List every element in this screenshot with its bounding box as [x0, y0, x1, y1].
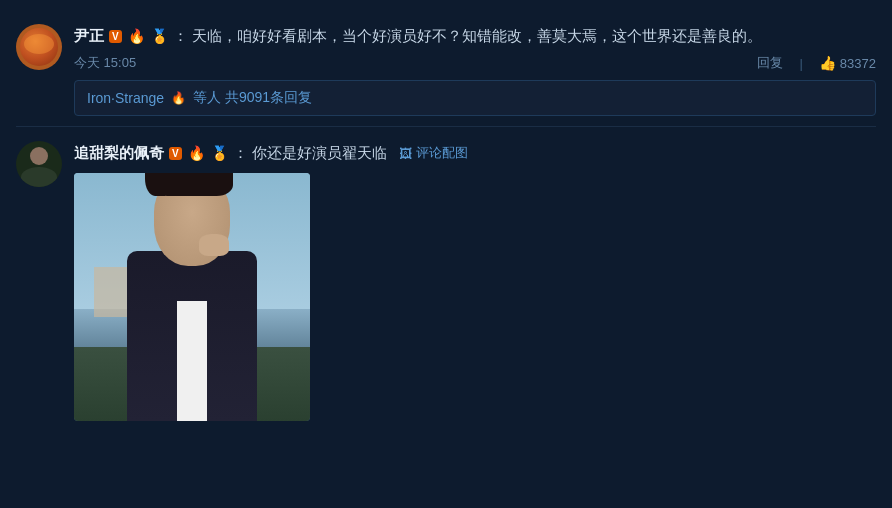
post-2: 追甜梨的佩奇 V 🔥 🏅 ： 你还是好演员翟天临 🖼 评论配图 [16, 127, 876, 421]
post-1-meta: 今天 15:05 回复 | 👍 83372 [74, 54, 876, 72]
post-1-header: 尹正 V 🔥 🏅 ： 天临，咱好好看剧本，当个好演员好不？知错能改，善莫大焉，这… [74, 24, 876, 48]
image-icon: 🖼 [399, 146, 412, 161]
like-button-1[interactable]: 👍 83372 [819, 55, 876, 71]
image-label: 评论配图 [416, 144, 468, 162]
timestamp-1: 今天 15:05 [74, 54, 136, 72]
like-count-1: 83372 [840, 56, 876, 71]
portrait-hand [199, 234, 229, 256]
post-2-header: 追甜梨的佩奇 V 🔥 🏅 ： 你还是好演员翟天临 🖼 评论配图 [74, 141, 876, 165]
post-1-actions: 回复 | 👍 83372 [757, 54, 876, 72]
reply-bar-1[interactable]: Iron·Strange 🔥 等人 共9091条回复 [74, 80, 876, 116]
fire-badge-2: 🔥 [188, 145, 205, 161]
post-2-text: 你还是好演员翟天临 [252, 141, 387, 165]
post-1: 尹正 V 🔥 🏅 ： 天临，咱好好看剧本，当个好演员好不？知错能改，善莫大焉，这… [16, 10, 876, 127]
avatar-1 [16, 24, 62, 70]
medal-badge-1: 🏅 [151, 28, 168, 44]
verified-badge-1: V [109, 30, 122, 43]
feed-container: 尹正 V 🔥 🏅 ： 天临，咱好好看剧本，当个好演员好不？知错能改，善莫大焉，这… [0, 0, 892, 431]
thumb-up-icon-1: 👍 [819, 55, 836, 71]
verified-badge-2: V [169, 147, 182, 160]
fire-badge-1: 🔥 [128, 28, 145, 44]
username-2[interactable]: 追甜梨的佩奇 [74, 144, 164, 163]
colon-2: ： [233, 144, 248, 163]
separator-1: | [799, 56, 802, 71]
post-2-image [74, 173, 310, 421]
avatar-2 [16, 141, 62, 187]
post-1-content: 尹正 V 🔥 🏅 ： 天临，咱好好看剧本，当个好演员好不？知错能改，善莫大焉，这… [74, 24, 876, 116]
portrait-shirt [177, 301, 207, 421]
reply-bar-username[interactable]: Iron·Strange [87, 90, 164, 106]
username-1[interactable]: 尹正 [74, 27, 104, 46]
post-2-content: 追甜梨的佩奇 V 🔥 🏅 ： 你还是好演员翟天临 🖼 评论配图 [74, 141, 876, 421]
medal-badge-2: 🏅 [211, 145, 228, 161]
comment-image-tag[interactable]: 🖼 评论配图 [399, 144, 468, 162]
reply-bar-suffix: 等人 共9091条回复 [193, 89, 312, 107]
portrait-illustration [74, 173, 310, 421]
post-1-text: 天临，咱好好看剧本，当个好演员好不？知错能改，善莫大焉，这个世界还是善良的。 [192, 24, 762, 48]
colon-separator: ： [173, 27, 188, 46]
reply-button-1[interactable]: 回复 [757, 54, 783, 72]
portrait-hair [151, 173, 233, 196]
reply-bar-badge: 🔥 [171, 91, 186, 105]
